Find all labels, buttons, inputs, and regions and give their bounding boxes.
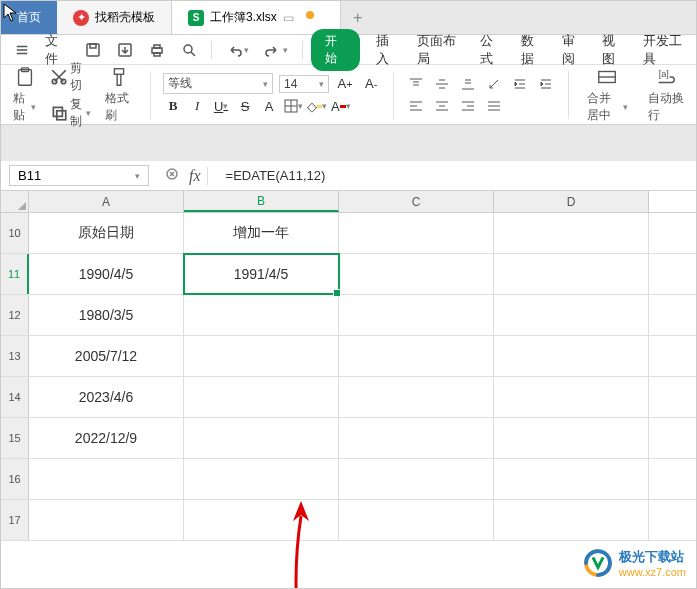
cell-a16[interactable]	[29, 459, 184, 499]
cell-a14[interactable]: 2023/4/6	[29, 377, 184, 417]
indent-decrease-icon[interactable]	[510, 74, 530, 94]
gray-spacer	[1, 125, 696, 161]
name-box[interactable]: B11 ▾	[9, 165, 149, 186]
watermark-url: www.xz7.com	[619, 566, 686, 578]
format-painter-button[interactable]: 格式刷	[99, 64, 138, 126]
cell-a17[interactable]	[29, 500, 184, 540]
cell-c13[interactable]	[339, 336, 494, 376]
ribbon-tab-view[interactable]: 视图	[602, 32, 625, 68]
cell-b15[interactable]	[184, 418, 339, 458]
paste-button[interactable]: 粘贴▾	[7, 64, 42, 126]
cell-b10[interactable]: 增加一年	[184, 213, 339, 253]
cell-b17[interactable]	[184, 500, 339, 540]
cell-c10[interactable]	[339, 213, 494, 253]
cell-d12[interactable]	[494, 295, 649, 335]
cut-button[interactable]: 剪切	[50, 60, 91, 94]
col-header-d[interactable]: D	[494, 191, 649, 212]
ribbon-tab-data[interactable]: 数据	[521, 32, 544, 68]
formula-input[interactable]: =EDATE(A11,12)	[220, 166, 696, 185]
superscript-button[interactable]: A	[259, 96, 279, 116]
cancel-formula-icon[interactable]	[165, 167, 179, 185]
cell-d14[interactable]	[494, 377, 649, 417]
cell-b14[interactable]	[184, 377, 339, 417]
border-button[interactable]: ▾	[283, 96, 303, 116]
cell-c17[interactable]	[339, 500, 494, 540]
cell-a11[interactable]: 1990/4/5	[29, 254, 184, 294]
cell-c11[interactable]	[339, 254, 494, 294]
wrap-text-button[interactable]: [a] 自动换行	[642, 64, 690, 126]
col-header-b[interactable]: B	[184, 191, 339, 212]
row-header[interactable]: 12	[1, 295, 29, 335]
indent-increase-icon[interactable]	[536, 74, 556, 94]
row-header[interactable]: 10	[1, 213, 29, 253]
cell-b13[interactable]	[184, 336, 339, 376]
cell-c16[interactable]	[339, 459, 494, 499]
font-color-button[interactable]: A▾	[331, 96, 351, 116]
print-icon[interactable]	[143, 40, 171, 60]
cell-d17[interactable]	[494, 500, 649, 540]
fill-color-button[interactable]: ◇▾	[307, 96, 327, 116]
tab-document[interactable]: S 工作簿3.xlsx ▭	[172, 1, 341, 34]
cell-c12[interactable]	[339, 295, 494, 335]
bold-button[interactable]: B	[163, 96, 183, 116]
cell-d13[interactable]	[494, 336, 649, 376]
increase-font-icon[interactable]: A+	[335, 74, 355, 94]
merge-center-button[interactable]: 合并居中▾	[581, 64, 634, 126]
align-right-icon[interactable]	[458, 96, 478, 116]
row-header[interactable]: 17	[1, 500, 29, 540]
ribbon-tab-start[interactable]: 开始	[311, 29, 361, 71]
ribbon-tab-formula[interactable]: 公式	[480, 32, 503, 68]
cell-c15[interactable]	[339, 418, 494, 458]
cell-d15[interactable]	[494, 418, 649, 458]
strikethrough-button[interactable]: S	[235, 96, 255, 116]
cell-a12[interactable]: 1980/3/5	[29, 295, 184, 335]
row-header[interactable]: 15	[1, 418, 29, 458]
cell-d16[interactable]	[494, 459, 649, 499]
ribbon-tab-insert[interactable]: 插入	[376, 32, 399, 68]
orientation-icon[interactable]	[484, 74, 504, 94]
save-as-icon[interactable]	[111, 40, 139, 60]
ribbon-tab-layout[interactable]: 页面布局	[417, 32, 462, 68]
align-bottom-icon[interactable]	[458, 74, 478, 94]
cell-b12[interactable]	[184, 295, 339, 335]
row-header[interactable]: 16	[1, 459, 29, 499]
cell-c14[interactable]	[339, 377, 494, 417]
cell-a15[interactable]: 2022/12/9	[29, 418, 184, 458]
copy-label: 复制	[70, 96, 84, 130]
justify-icon[interactable]	[484, 96, 504, 116]
col-header-a[interactable]: A	[29, 191, 184, 212]
row-header[interactable]: 11	[1, 254, 29, 294]
underline-button[interactable]: U▾	[211, 96, 231, 116]
cell-b16[interactable]	[184, 459, 339, 499]
ribbon-tab-review[interactable]: 审阅	[562, 32, 585, 68]
col-header-c[interactable]: C	[339, 191, 494, 212]
decrease-font-icon[interactable]: A-	[361, 74, 381, 94]
font-name-select[interactable]: 等线▾	[163, 73, 273, 94]
fx-icon[interactable]: fx	[189, 167, 208, 185]
align-middle-icon[interactable]	[432, 74, 452, 94]
tab-window-icon[interactable]: ▭	[283, 11, 294, 25]
save-icon[interactable]	[79, 40, 107, 60]
row-header[interactable]: 13	[1, 336, 29, 376]
redo-icon[interactable]: ▾	[259, 40, 294, 60]
cell-a13[interactable]: 2005/7/12	[29, 336, 184, 376]
ribbon-tab-dev[interactable]: 开发工具	[643, 32, 688, 68]
italic-button[interactable]: I	[187, 96, 207, 116]
font-size-select[interactable]: 14▾	[279, 75, 329, 93]
cell-d11[interactable]	[494, 254, 649, 294]
copy-button[interactable]: 复制▾	[50, 96, 91, 130]
cell-b11[interactable]: 1991/4/5	[184, 254, 339, 294]
divider	[211, 41, 212, 59]
align-center-icon[interactable]	[432, 96, 452, 116]
row-header[interactable]: 14	[1, 377, 29, 417]
font-size-value: 14	[284, 77, 297, 91]
undo-icon[interactable]: ▾	[220, 40, 255, 60]
cell-a10[interactable]: 原始日期	[29, 213, 184, 253]
new-tab-button[interactable]: +	[341, 9, 375, 27]
align-top-icon[interactable]	[406, 74, 426, 94]
print-preview-icon[interactable]	[175, 40, 203, 60]
cell-d10[interactable]	[494, 213, 649, 253]
select-all-corner[interactable]	[1, 191, 29, 212]
align-left-icon[interactable]	[406, 96, 426, 116]
menu-icon[interactable]	[9, 41, 35, 59]
